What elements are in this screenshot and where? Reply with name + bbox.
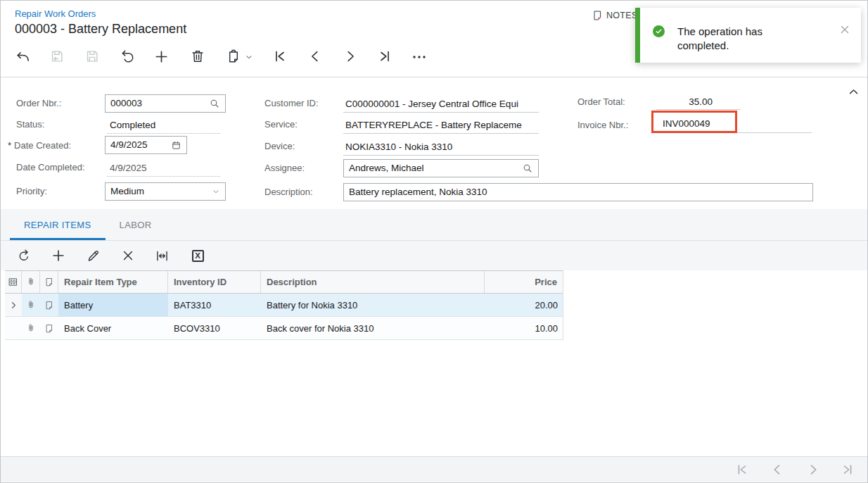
note-icon[interactable] — [40, 317, 58, 339]
last-page-button[interactable] — [839, 461, 856, 478]
add-record-button[interactable] — [153, 48, 170, 65]
assignee-label: Assignee: — [264, 159, 305, 177]
description-input[interactable]: Battery replacement, Nokia 3310 — [343, 183, 813, 201]
attachment-icon[interactable] — [22, 294, 40, 316]
grid-pagination-bar — [1, 456, 868, 482]
date-created-input[interactable]: 4/9/2025 — [105, 136, 187, 154]
notes-button[interactable]: NOTES — [592, 10, 638, 21]
grid-export-excel-button[interactable]: X — [189, 247, 206, 264]
invoice-nbr-label: Invoice Nbr.: — [577, 115, 628, 135]
priority-dropdown[interactable]: Medium — [105, 182, 226, 201]
toast-message: The operation has completed. — [677, 25, 811, 53]
toast-notification: The operation has completed. — [635, 8, 861, 63]
grid-row-battery[interactable]: Battery BAT3310 Battery for Nokia 3310 2… — [5, 294, 563, 317]
attachment-icon[interactable] — [22, 317, 40, 339]
toast-accent-bar — [635, 8, 640, 63]
lookup-icon[interactable] — [209, 98, 220, 109]
order-nbr-label: Order Nbr.: — [16, 94, 61, 113]
delete-record-button[interactable] — [189, 48, 206, 65]
status-label: Status: — [16, 115, 44, 134]
chevron-down-icon[interactable] — [212, 187, 220, 196]
repair-work-orders-screen: Repair Work Orders 000003 - Battery Repl… — [0, 0, 868, 483]
breadcrumb[interactable]: Repair Work Orders — [15, 8, 96, 19]
next-record-button[interactable] — [342, 48, 359, 65]
cell-description[interactable]: Battery for Nokia 3310 — [261, 294, 485, 316]
service-field[interactable]: BATTERYREPLACE - Battery Replaceme — [343, 115, 539, 134]
assignee-input[interactable]: Andrews, Michael — [343, 159, 539, 177]
undo-button[interactable] — [119, 48, 136, 65]
grid-add-row-button[interactable] — [50, 247, 67, 264]
first-page-button[interactable] — [734, 461, 751, 478]
cell-repair-item-type[interactable]: Back Cover — [58, 317, 168, 339]
cell-inventory-id[interactable]: BAT3310 — [168, 294, 261, 316]
more-actions-button[interactable] — [411, 48, 428, 65]
device-field[interactable]: NOKIA3310 - Nokia 3310 — [343, 137, 539, 156]
back-button[interactable] — [14, 48, 31, 65]
grid-fit-width-button[interactable] — [153, 247, 170, 264]
row-selector-indicator — [5, 294, 22, 316]
copy-paste-menu-chevron[interactable] — [243, 51, 255, 63]
tab-strip: REPAIR ITEMS LABOR X — [1, 209, 868, 270]
attachment-column-header — [22, 271, 40, 293]
repair-items-grid: Repair Item Type Inventory ID Descriptio… — [5, 270, 563, 340]
date-created-label: Date Created: — [14, 140, 71, 151]
tab-labor[interactable]: LABOR — [106, 209, 166, 240]
note-icon — [592, 10, 603, 21]
note-icon[interactable] — [40, 294, 58, 316]
page-title: 000003 - Battery Replacement — [15, 22, 186, 37]
service-label: Service: — [264, 115, 298, 134]
order-total-label: Order Total: — [577, 94, 625, 110]
previous-record-button[interactable] — [307, 48, 324, 65]
description-label: Description: — [264, 183, 313, 201]
previous-page-button[interactable] — [769, 461, 786, 478]
required-asterisk: * — [8, 140, 11, 151]
cell-price[interactable]: 10.00 — [485, 317, 563, 339]
toast-close-icon[interactable] — [838, 23, 851, 36]
status-value-field: Completed — [107, 115, 220, 134]
note-column-header — [40, 271, 58, 293]
cell-description[interactable]: Back cover for Nokia 3310 — [261, 317, 485, 339]
copy-paste-button[interactable] — [225, 48, 242, 65]
calendar-icon[interactable] — [171, 140, 181, 151]
row-selector-indicator — [5, 317, 22, 339]
grid-delete-row-button[interactable] — [120, 247, 136, 264]
grid-settings-icon[interactable] — [5, 271, 22, 293]
first-record-button[interactable] — [272, 48, 288, 65]
tab-repair-items[interactable]: REPAIR ITEMS — [10, 209, 106, 240]
cell-price[interactable]: 20.00 — [485, 294, 563, 316]
priority-label: Priority: — [16, 182, 47, 201]
success-check-icon — [653, 25, 665, 37]
date-completed-label: Date Completed: — [16, 158, 85, 177]
cell-inventory-id[interactable]: BCOV3310 — [168, 317, 261, 339]
column-header-description[interactable]: Description — [261, 271, 485, 293]
column-header-repair-item-type[interactable]: Repair Item Type — [58, 271, 168, 293]
save-and-close-button[interactable] — [49, 48, 65, 65]
save-button[interactable] — [84, 48, 101, 65]
order-nbr-input[interactable]: 000003 — [105, 94, 226, 113]
customer-id-label: Customer ID: — [264, 94, 319, 113]
column-header-price[interactable]: Price — [485, 271, 563, 293]
next-page-button[interactable] — [805, 461, 822, 478]
grid-header-row: Repair Item Type Inventory ID Descriptio… — [5, 271, 563, 294]
grid-edit-row-button[interactable] — [84, 247, 101, 264]
grid-row-back-cover[interactable]: Back Cover BCOV3310 Back cover for Nokia… — [5, 317, 563, 340]
summary-form: Order Nbr.: 000003 Status: Completed *Da… — [1, 77, 868, 209]
order-total-value-field: 35.00 — [656, 93, 741, 110]
cell-repair-item-type[interactable]: Battery — [58, 294, 168, 316]
date-completed-value-field: 4/9/2025 — [107, 158, 220, 177]
notes-label: NOTES — [606, 11, 638, 20]
column-header-inventory-id[interactable]: Inventory ID — [168, 271, 261, 293]
lookup-icon[interactable] — [522, 163, 533, 174]
grid-refresh-button[interactable] — [16, 247, 33, 264]
invoice-nbr-field: INV000049 — [656, 113, 812, 133]
device-label: Device: — [264, 137, 295, 156]
collapse-summary-chevron-up-icon[interactable] — [845, 83, 862, 100]
customer-id-field[interactable]: C000000001 - Jersey Central Office Equi — [343, 94, 539, 113]
last-record-button[interactable] — [376, 48, 393, 65]
